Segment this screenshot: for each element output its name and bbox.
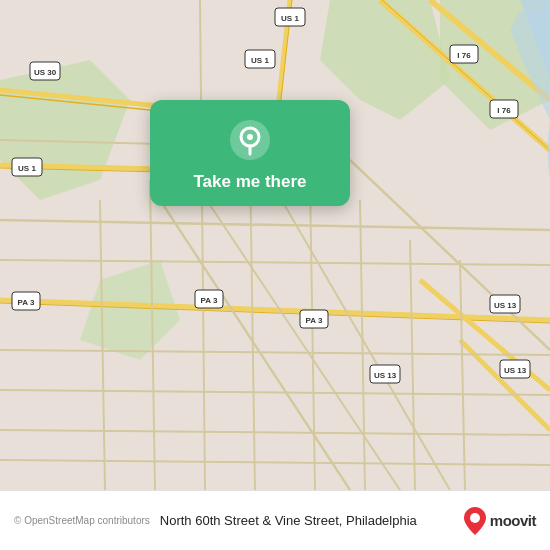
svg-text:US 13: US 13: [374, 371, 397, 380]
svg-text:I 76: I 76: [497, 106, 511, 115]
svg-text:PA 3: PA 3: [18, 298, 35, 307]
svg-text:US 1: US 1: [281, 14, 299, 23]
svg-text:US 13: US 13: [504, 366, 527, 375]
moovit-logo: moovit: [464, 507, 536, 535]
svg-text:US 1: US 1: [251, 56, 269, 65]
svg-text:US 13: US 13: [494, 301, 517, 310]
moovit-wordmark: moovit: [490, 512, 536, 529]
svg-text:PA 3: PA 3: [201, 296, 218, 305]
svg-point-63: [247, 134, 253, 140]
location-pin-icon: [228, 118, 272, 162]
address-label: North 60th Street & Vine Street, Philade…: [160, 513, 464, 528]
take-me-there-card[interactable]: Take me there: [150, 100, 350, 206]
bottom-bar: © OpenStreetMap contributors North 60th …: [0, 490, 550, 550]
map-attribution: © OpenStreetMap contributors: [14, 515, 150, 526]
svg-text:US 30: US 30: [34, 68, 57, 77]
svg-text:PA 3: PA 3: [306, 316, 323, 325]
map-container: US 1 US 30 US 1 US 1 I 76 I 76 PA 3 PA 3…: [0, 0, 550, 490]
take-me-there-label: Take me there: [193, 172, 306, 192]
moovit-pin-icon: [464, 507, 486, 535]
svg-point-65: [470, 513, 480, 523]
map-background: US 1 US 30 US 1 US 1 I 76 I 76 PA 3 PA 3…: [0, 0, 550, 490]
svg-text:I 76: I 76: [457, 51, 471, 60]
svg-text:US 1: US 1: [18, 164, 36, 173]
